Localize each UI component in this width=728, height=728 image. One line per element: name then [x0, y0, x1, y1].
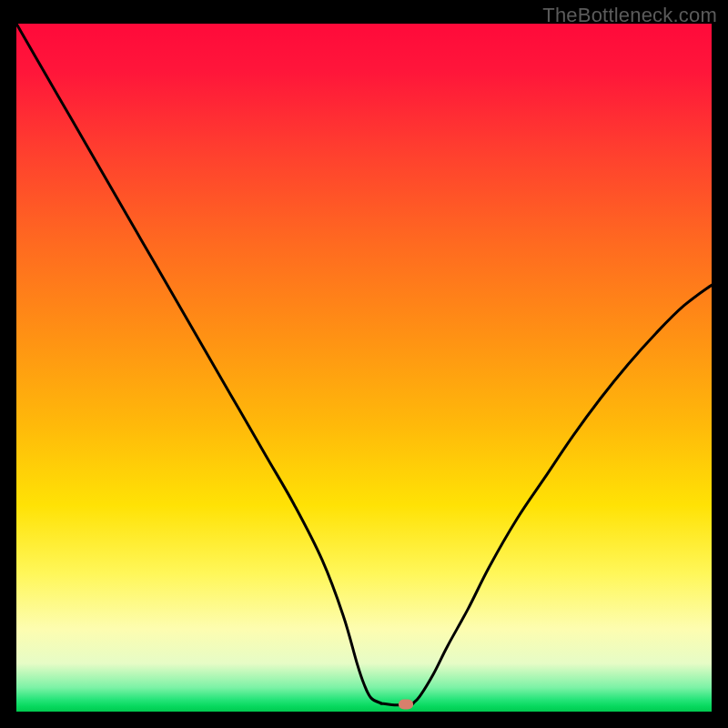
curve-minimum-marker: [399, 699, 413, 709]
chart-frame: TheBottleneck.com: [0, 0, 728, 728]
bottleneck-curve: [16, 24, 712, 712]
watermark-text: TheBottleneck.com: [542, 4, 717, 27]
